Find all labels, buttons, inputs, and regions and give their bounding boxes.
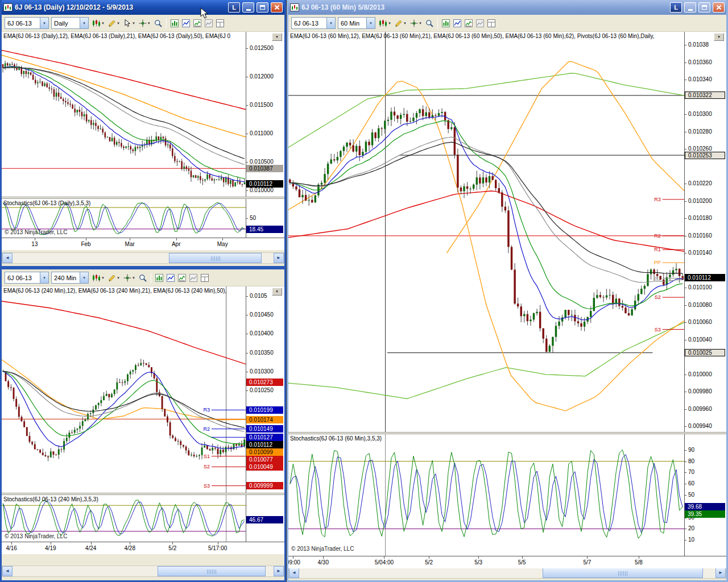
candle-body (244, 182, 246, 184)
zoom-icon-button[interactable] (153, 16, 163, 30)
interval-select[interactable]: Daily ▼ (51, 17, 89, 29)
cursor-icon-button[interactable]: ▼ (122, 271, 136, 285)
scroll-right-button[interactable]: ► (274, 566, 284, 576)
candle-body (225, 177, 227, 182)
scroll-thumb[interactable] (169, 253, 262, 263)
ninjatrader-workspace: { "workspace": {"copyright": "© 2013 Nin… (0, 0, 728, 582)
candle-body (46, 84, 48, 88)
price-chart[interactable]: R3R2S1S2S3 (2, 286, 246, 493)
scroll-thumb[interactable] (543, 568, 703, 578)
candle-body (425, 113, 427, 117)
cursor-icon-button[interactable]: ▼ (409, 16, 423, 30)
panels-icon-button[interactable] (200, 271, 210, 285)
panel-splitter[interactable] (2, 493, 284, 495)
panels-icon-button[interactable] (486, 16, 497, 30)
zoom-icon-button[interactable] (138, 271, 148, 285)
panel-dropdown-button[interactable]: ▼ (272, 33, 282, 41)
drawing-tools-icon-button[interactable]: ▼ (107, 16, 121, 30)
chevron-down-icon[interactable]: ▼ (366, 18, 375, 28)
pointer-tool-icon-button[interactable]: ▼ (122, 16, 136, 30)
bar-type-icon-button[interactable]: ▼ (378, 16, 392, 30)
candle-body (201, 447, 203, 455)
candle-body (211, 178, 213, 181)
close-button[interactable] (271, 2, 283, 13)
link-button[interactable]: L (670, 2, 682, 13)
ema-line (290, 121, 682, 309)
candle-body (111, 394, 113, 397)
candle-body (473, 185, 474, 189)
candle-body (295, 186, 297, 189)
candle-body (681, 276, 683, 280)
instrument-select[interactable]: 6J 06-13 ▼ (5, 17, 49, 29)
cursor-icon-button[interactable]: ▼ (138, 16, 152, 30)
chart-style-icon-button[interactable] (177, 271, 187, 285)
maximize-button[interactable] (698, 2, 710, 13)
drawing-tools-icon-button[interactable]: ▼ (107, 271, 121, 285)
chevron-down-icon[interactable]: ▼ (40, 272, 48, 283)
data-series-icon-button[interactable] (154, 271, 164, 285)
candle-body (523, 314, 525, 317)
interval-select[interactable]: 60 Min ▼ (338, 17, 375, 29)
stochastics-chart[interactable] (288, 434, 684, 556)
titlebar[interactable]: 6J 06-13 (Daily) 12/10/2012 - 5/9/2013 L (2, 0, 284, 15)
drawing-tools-icon-button[interactable]: ▼ (394, 16, 408, 30)
link-button[interactable]: L (228, 2, 240, 13)
pivot-label: S2 (655, 294, 661, 300)
indicators-icon-button[interactable] (166, 271, 176, 285)
scroll-left-button[interactable]: ◄ (289, 568, 299, 578)
candle-body (167, 144, 169, 146)
panel-splitter[interactable] (288, 432, 726, 434)
chart-area[interactable]: EMA(6J 06-13 (240 Min),12), EMA(6J 06-13… (2, 286, 284, 554)
chart-area[interactable]: EMA(6J 06-13 (Daily),12), EMA(6J 06-13 (… (2, 32, 284, 250)
chevron-down-icon[interactable]: ▼ (326, 18, 335, 28)
titlebar[interactable]: 6J 06-13 (60 Min) 5/8/2013 L (288, 0, 726, 15)
data-series-icon-button[interactable] (441, 16, 451, 30)
horizontal-scrollbar[interactable]: ◄► (2, 566, 284, 577)
candle-body (663, 280, 664, 285)
panels-icon-button[interactable] (215, 16, 225, 30)
bar-type-icon-button[interactable]: ▼ (91, 16, 106, 30)
indicator-line (2, 55, 246, 137)
panel-dropdown-button[interactable]: ▼ (272, 288, 282, 296)
panel-dropdown-button[interactable]: ▼ (714, 33, 724, 41)
horizontal-scrollbar[interactable]: ◄► (2, 252, 284, 264)
price-axis: 0.01050.0104500.0104000.0103500.0103000.… (246, 286, 284, 493)
pivot-label: R1 (654, 247, 661, 252)
horizontal-scrollbar[interactable]: ◄► (288, 567, 726, 579)
chart-image-icon-button[interactable] (475, 16, 485, 30)
chart-style-icon-button[interactable] (464, 16, 474, 30)
data-series-icon-button[interactable] (169, 16, 180, 30)
minimize-button[interactable] (242, 2, 254, 13)
minimize-button[interactable] (684, 2, 696, 13)
indicators-icon-button[interactable] (452, 16, 462, 30)
chevron-down-icon[interactable]: ▼ (40, 18, 48, 28)
candle-body (118, 142, 120, 143)
candle-body (599, 295, 601, 297)
interval-select[interactable]: 240 Min ▼ (51, 272, 89, 284)
candle-body (299, 189, 300, 197)
candle-body (138, 365, 139, 365)
price-chart[interactable]: R3R2R1PPS1S2S3 (288, 32, 684, 432)
zoom-icon-button[interactable] (424, 16, 435, 30)
scroll-right-button[interactable]: ► (274, 253, 284, 263)
maximize-button[interactable] (257, 2, 268, 13)
close-button[interactable] (713, 2, 725, 13)
panel-splitter[interactable] (2, 197, 284, 199)
indicators-icon-button[interactable] (181, 16, 191, 30)
scroll-left-button[interactable]: ◄ (2, 253, 13, 263)
candle-body (191, 171, 192, 177)
bar-type-icon-button[interactable]: ▼ (91, 271, 106, 285)
chevron-down-icon[interactable]: ▼ (80, 18, 88, 28)
instrument-select[interactable]: 6J 06-13 ▼ (291, 17, 336, 29)
price-axis-tick: 0.01038 (685, 41, 726, 48)
instrument-select[interactable]: 6J 06-13 ▼ (5, 272, 49, 284)
price-chart[interactable] (2, 32, 246, 197)
scroll-thumb[interactable] (158, 566, 266, 576)
chart-area[interactable]: EMA(6J 06-13 (60 Min),12), EMA(6J 06-13 … (288, 32, 726, 568)
candle-body (206, 174, 208, 179)
chevron-down-icon[interactable]: ▼ (80, 272, 88, 283)
chart-image-icon-button[interactable] (188, 271, 198, 285)
candle-body (507, 210, 509, 247)
scroll-right-button[interactable]: ► (715, 568, 726, 578)
scroll-left-button[interactable]: ◄ (2, 566, 13, 576)
